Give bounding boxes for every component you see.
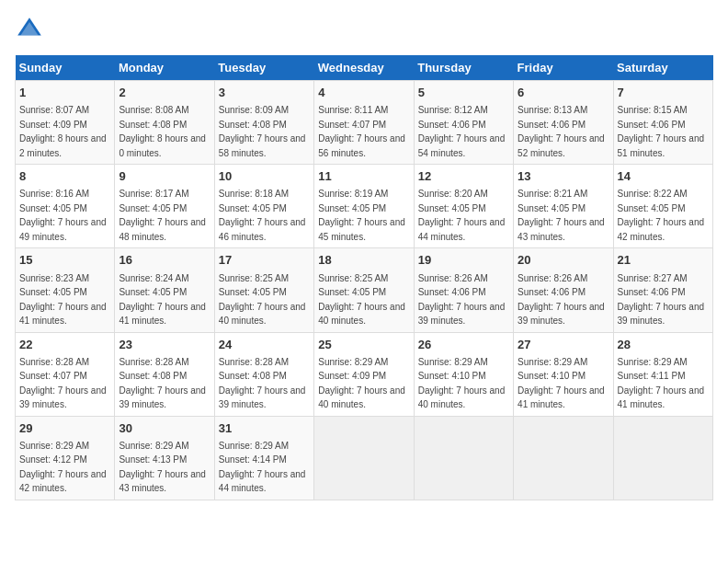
day-number: 13	[518, 168, 609, 185]
day-number: 3	[219, 85, 310, 101]
day-info: Sunrise: 8:29 AMSunset: 4:09 PMDaylight:…	[318, 357, 405, 410]
day-info: Sunrise: 8:26 AMSunset: 4:06 PMDaylight:…	[518, 273, 605, 327]
day-number: 12	[418, 168, 509, 185]
day-number: 6	[518, 85, 609, 101]
day-info: Sunrise: 8:29 AMSunset: 4:10 PMDaylight:…	[518, 357, 605, 410]
day-number: 18	[318, 252, 409, 269]
header-tuesday: Tuesday	[214, 55, 313, 81]
calendar-cell: 7Sunrise: 8:15 AMSunset: 4:06 PMDaylight…	[613, 81, 712, 165]
day-info: Sunrise: 8:15 AMSunset: 4:06 PMDaylight:…	[618, 105, 705, 158]
day-number: 28	[618, 337, 709, 353]
day-info: Sunrise: 8:26 AMSunset: 4:06 PMDaylight:…	[418, 273, 506, 327]
day-info: Sunrise: 8:25 AMSunset: 4:05 PMDaylight:…	[219, 273, 306, 327]
day-info: Sunrise: 8:27 AMSunset: 4:06 PMDaylight:…	[618, 273, 705, 327]
calendar-cell	[314, 416, 414, 500]
day-info: Sunrise: 8:08 AMSunset: 4:08 PMDaylight:…	[119, 105, 206, 158]
day-info: Sunrise: 8:07 AMSunset: 4:09 PMDaylight:…	[19, 105, 107, 158]
header-wednesday: Wednesday	[314, 55, 414, 81]
day-number: 7	[618, 85, 709, 101]
day-number: 24	[219, 337, 310, 353]
day-number: 25	[318, 337, 409, 353]
calendar-cell: 14Sunrise: 8:22 AMSunset: 4:05 PMDayligh…	[613, 165, 712, 248]
calendar-cell: 12Sunrise: 8:20 AMSunset: 4:05 PMDayligh…	[414, 165, 513, 248]
day-number: 31	[219, 420, 310, 437]
day-info: Sunrise: 8:16 AMSunset: 4:05 PMDaylight:…	[19, 189, 107, 242]
calendar-cell: 9Sunrise: 8:17 AMSunset: 4:05 PMDaylight…	[115, 165, 214, 248]
header-friday: Friday	[514, 55, 613, 81]
day-number: 11	[318, 168, 409, 185]
calendar-cell: 19Sunrise: 8:26 AMSunset: 4:06 PMDayligh…	[414, 248, 513, 332]
day-number: 23	[119, 337, 210, 353]
calendar-cell: 27Sunrise: 8:29 AMSunset: 4:10 PMDayligh…	[514, 332, 613, 416]
calendar-cell: 11Sunrise: 8:19 AMSunset: 4:05 PMDayligh…	[314, 165, 414, 248]
calendar-cell: 26Sunrise: 8:29 AMSunset: 4:10 PMDayligh…	[414, 332, 513, 416]
calendar-cell: 6Sunrise: 8:13 AMSunset: 4:06 PMDaylight…	[514, 81, 613, 165]
calendar-cell: 29Sunrise: 8:29 AMSunset: 4:12 PMDayligh…	[16, 416, 115, 500]
calendar-cell: 13Sunrise: 8:21 AMSunset: 4:05 PMDayligh…	[514, 165, 613, 248]
day-info: Sunrise: 8:29 AMSunset: 4:13 PMDaylight:…	[119, 441, 206, 494]
header-sunday: Sunday	[16, 55, 115, 81]
logo-icon	[15, 15, 44, 44]
calendar-week-row: 8Sunrise: 8:16 AMSunset: 4:05 PMDaylight…	[16, 165, 713, 248]
day-number: 30	[119, 420, 210, 437]
day-info: Sunrise: 8:21 AMSunset: 4:05 PMDaylight:…	[518, 189, 605, 242]
day-info: Sunrise: 8:09 AMSunset: 4:08 PMDaylight:…	[219, 105, 306, 158]
calendar-cell: 4Sunrise: 8:11 AMSunset: 4:07 PMDaylight…	[314, 81, 414, 165]
calendar-cell	[514, 416, 613, 500]
calendar-cell: 1Sunrise: 8:07 AMSunset: 4:09 PMDaylight…	[16, 81, 115, 165]
day-info: Sunrise: 8:20 AMSunset: 4:05 PMDaylight:…	[418, 189, 506, 242]
day-info: Sunrise: 8:17 AMSunset: 4:05 PMDaylight:…	[119, 189, 206, 242]
calendar-cell: 30Sunrise: 8:29 AMSunset: 4:13 PMDayligh…	[115, 416, 214, 500]
day-number: 9	[119, 168, 210, 185]
calendar-cell: 28Sunrise: 8:29 AMSunset: 4:11 PMDayligh…	[613, 332, 712, 416]
day-info: Sunrise: 8:12 AMSunset: 4:06 PMDaylight:…	[418, 105, 506, 158]
day-number: 21	[618, 252, 709, 269]
day-info: Sunrise: 8:11 AMSunset: 4:07 PMDaylight:…	[318, 105, 405, 158]
day-info: Sunrise: 8:13 AMSunset: 4:06 PMDaylight:…	[518, 105, 605, 158]
day-number: 20	[518, 252, 609, 269]
header-thursday: Thursday	[414, 55, 513, 81]
day-number: 22	[19, 337, 110, 353]
day-number: 8	[19, 168, 110, 185]
calendar-cell: 18Sunrise: 8:25 AMSunset: 4:05 PMDayligh…	[314, 248, 414, 332]
calendar-cell: 20Sunrise: 8:26 AMSunset: 4:06 PMDayligh…	[514, 248, 613, 332]
header-saturday: Saturday	[613, 55, 712, 81]
calendar-cell: 2Sunrise: 8:08 AMSunset: 4:08 PMDaylight…	[115, 81, 214, 165]
calendar-cell: 22Sunrise: 8:28 AMSunset: 4:07 PMDayligh…	[16, 332, 115, 416]
day-number: 17	[219, 252, 310, 269]
day-info: Sunrise: 8:22 AMSunset: 4:05 PMDaylight:…	[618, 189, 705, 242]
day-info: Sunrise: 8:29 AMSunset: 4:11 PMDaylight:…	[618, 357, 705, 410]
calendar-cell: 8Sunrise: 8:16 AMSunset: 4:05 PMDaylight…	[16, 165, 115, 248]
day-number: 14	[618, 168, 709, 185]
calendar-cell: 5Sunrise: 8:12 AMSunset: 4:06 PMDaylight…	[414, 81, 513, 165]
day-number: 26	[418, 337, 509, 353]
day-info: Sunrise: 8:18 AMSunset: 4:05 PMDaylight:…	[219, 189, 306, 242]
calendar-cell: 21Sunrise: 8:27 AMSunset: 4:06 PMDayligh…	[613, 248, 712, 332]
calendar-cell: 23Sunrise: 8:28 AMSunset: 4:08 PMDayligh…	[115, 332, 214, 416]
calendar-cell: 16Sunrise: 8:24 AMSunset: 4:05 PMDayligh…	[115, 248, 214, 332]
day-info: Sunrise: 8:28 AMSunset: 4:08 PMDaylight:…	[119, 357, 206, 410]
header-monday: Monday	[115, 55, 214, 81]
day-number: 29	[19, 420, 110, 437]
day-number: 10	[219, 168, 310, 185]
calendar-cell: 10Sunrise: 8:18 AMSunset: 4:05 PMDayligh…	[214, 165, 313, 248]
page-header	[15, 15, 713, 44]
day-number: 19	[418, 252, 509, 269]
calendar-table: SundayMondayTuesdayWednesdayThursdayFrid…	[15, 55, 713, 500]
calendar-week-row: 29Sunrise: 8:29 AMSunset: 4:12 PMDayligh…	[16, 416, 713, 500]
day-number: 15	[19, 252, 110, 269]
logo	[15, 15, 48, 44]
day-info: Sunrise: 8:28 AMSunset: 4:08 PMDaylight:…	[219, 357, 306, 410]
day-number: 27	[518, 337, 609, 353]
day-info: Sunrise: 8:29 AMSunset: 4:12 PMDaylight:…	[19, 441, 107, 494]
calendar-cell: 3Sunrise: 8:09 AMSunset: 4:08 PMDaylight…	[214, 81, 313, 165]
calendar-week-row: 1Sunrise: 8:07 AMSunset: 4:09 PMDaylight…	[16, 81, 713, 165]
day-number: 1	[19, 85, 110, 101]
day-info: Sunrise: 8:24 AMSunset: 4:05 PMDaylight:…	[119, 273, 206, 327]
calendar-week-row: 22Sunrise: 8:28 AMSunset: 4:07 PMDayligh…	[16, 332, 713, 416]
day-info: Sunrise: 8:29 AMSunset: 4:10 PMDaylight:…	[418, 357, 506, 410]
day-number: 4	[318, 85, 409, 101]
calendar-cell: 31Sunrise: 8:29 AMSunset: 4:14 PMDayligh…	[214, 416, 313, 500]
day-number: 16	[119, 252, 210, 269]
day-info: Sunrise: 8:28 AMSunset: 4:07 PMDaylight:…	[19, 357, 107, 410]
